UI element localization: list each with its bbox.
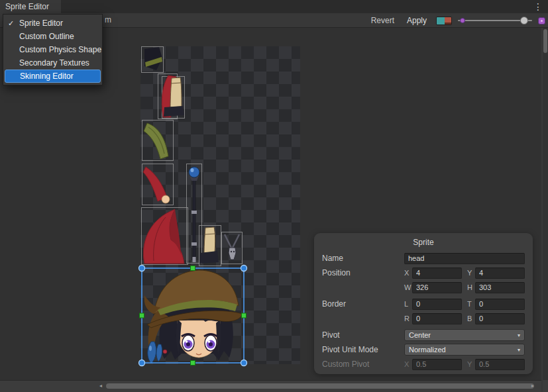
chevron-down-icon: ▾	[518, 347, 520, 353]
menu-item-sprite-editor[interactable]: ✓ Sprite Editor	[3, 17, 102, 30]
name-input[interactable]	[404, 253, 525, 264]
rgb-toggle-right	[445, 17, 451, 24]
menu-item-secondary-textures[interactable]: Secondary Textures	[3, 56, 102, 70]
menu-item-skinning-editor[interactable]: Skinning Editor	[5, 70, 101, 83]
checkmark-icon: ✓	[8, 17, 14, 30]
sprite-piece-hood[interactable]	[143, 209, 184, 264]
sprite-editor-window: Sprite Editor ⋮ m Revert Apply	[0, 0, 548, 392]
vertical-scrollbar[interactable]	[543, 28, 548, 380]
position-h-label: H	[467, 283, 475, 291]
trim-button-partial[interactable]: m	[105, 15, 111, 24]
menu-item-custom-outline[interactable]: Custom Outline	[3, 30, 102, 43]
scroll-right-icon[interactable]: ▸	[529, 383, 536, 389]
selection-handle-corner-bl[interactable]	[139, 360, 145, 366]
zoom-slider-marker[interactable]	[460, 18, 465, 23]
window-tab[interactable]: Sprite Editor	[0, 0, 61, 13]
selection-handle-corner-tl[interactable]	[139, 266, 145, 271]
selection-handle-edge-right[interactable]	[242, 313, 247, 318]
position-x-input[interactable]	[412, 268, 462, 279]
mipmap-icon[interactable]	[538, 17, 545, 24]
apply-button[interactable]: Apply	[404, 15, 430, 26]
border-row-1: Border L T	[322, 298, 525, 310]
pivot-label: Pivot	[322, 330, 404, 340]
selection-handle-corner-br[interactable]	[241, 360, 247, 366]
position-label: Position	[322, 268, 404, 277]
sprite-inspector-panel: Sprite Name Position X Y	[314, 233, 533, 374]
selection-handle-corner-tr[interactable]	[241, 266, 247, 271]
custom-pivot-label: Custom Pivot	[322, 360, 404, 369]
border-l-input[interactable]	[412, 299, 462, 310]
position-y-input[interactable]	[475, 268, 525, 279]
rgb-toggle-left	[437, 17, 445, 24]
panel-title: Sprite	[322, 238, 525, 247]
rgb-alpha-toggle-icon[interactable]	[436, 17, 452, 25]
horizontal-scrollbar-thumb[interactable]	[106, 383, 534, 389]
border-label: Border	[322, 299, 404, 309]
texture-area[interactable]	[140, 46, 300, 364]
position-x-label: X	[404, 269, 412, 277]
name-row: Name	[322, 252, 525, 264]
sprite-piece-head[interactable]	[144, 270, 243, 364]
zoom-slider-handle[interactable]	[520, 17, 528, 24]
title-bar: Sprite Editor ⋮	[0, 0, 548, 13]
chevron-down-icon: ▾	[518, 332, 520, 338]
selection-handle-edge-bottom[interactable]	[191, 361, 195, 366]
pivot-unit-mode-label: Pivot Unit Mode	[322, 345, 404, 354]
sprite-piece-hat-fragment[interactable]	[144, 47, 162, 70]
menu-item-custom-physics-shape[interactable]: Custom Physics Shape	[3, 43, 102, 56]
custom-pivot-x-label: X	[404, 360, 412, 368]
border-t-input[interactable]	[475, 299, 525, 310]
border-t-label: T	[467, 300, 475, 308]
border-r-label: R	[404, 315, 412, 322]
pivot-unit-mode-dropdown[interactable]: Normalized ▾	[404, 344, 525, 356]
pivot-unit-mode-value: Normalized	[409, 346, 446, 354]
position-w-input[interactable]	[412, 282, 462, 293]
position-w-label: W	[404, 283, 412, 291]
pivot-dropdown[interactable]: Center ▾	[404, 329, 525, 341]
position-row-1: Position X Y	[322, 267, 525, 279]
revert-button[interactable]: Revert	[368, 15, 398, 26]
custom-pivot-y-input	[475, 359, 525, 370]
position-h-input[interactable]	[475, 282, 525, 293]
sprite-piece-staff[interactable]	[189, 167, 199, 262]
pivot-value: Center	[409, 331, 431, 339]
pivot-row: Pivot Center ▾	[322, 329, 525, 341]
border-row-2: R B	[322, 313, 525, 324]
sprite-editor-mode-menu: ✓ Sprite Editor Custom Outline Custom Ph…	[3, 14, 103, 85]
sprite-piece-scarf[interactable]	[144, 123, 168, 159]
sprite-piece-arm[interactable]	[143, 167, 170, 203]
scroll-left-icon[interactable]: ◂	[97, 383, 104, 389]
custom-pivot-x-input	[412, 359, 462, 370]
kebab-menu-icon[interactable]: ⋮	[532, 0, 544, 13]
position-row-2: W H	[322, 281, 525, 293]
pivot-unit-mode-row: Pivot Unit Mode Normalized ▾	[322, 344, 525, 356]
selection-handle-edge-left[interactable]	[140, 313, 144, 318]
sprite-piece-amulet[interactable]	[225, 234, 239, 260]
border-b-input[interactable]	[475, 313, 525, 324]
border-b-label: B	[467, 315, 475, 322]
border-r-input[interactable]	[412, 313, 462, 324]
horizontal-scrollbar[interactable]: ◂ ▸	[0, 380, 541, 392]
vertical-scrollbar-thumb[interactable]	[543, 29, 547, 53]
zoom-slider[interactable]	[458, 13, 532, 28]
position-y-label: Y	[467, 269, 475, 277]
window-tab-label: Sprite Editor	[5, 2, 49, 11]
sprite-piece-boot-2[interactable]	[199, 227, 219, 264]
selection-handle-edge-top[interactable]	[191, 266, 195, 271]
toolbar-right-group: Revert Apply	[368, 13, 545, 28]
border-l-label: L	[404, 300, 412, 308]
scrollbar-corner	[543, 380, 548, 392]
name-label: Name	[322, 254, 404, 263]
custom-pivot-row: Custom Pivot X Y	[322, 358, 525, 370]
custom-pivot-y-label: Y	[467, 360, 475, 368]
